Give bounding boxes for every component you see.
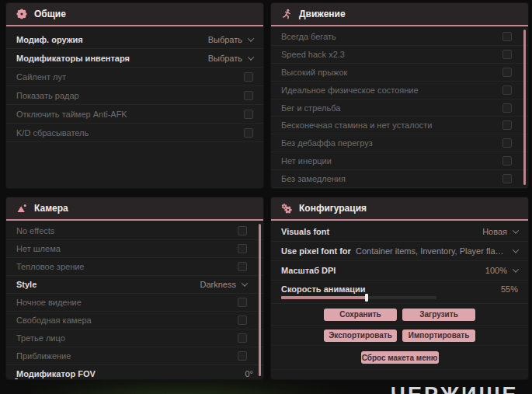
runner-icon (281, 9, 292, 19)
slider-fill (281, 296, 367, 299)
checkbox[interactable] (244, 91, 253, 100)
slider-handle[interactable] (15, 378, 18, 379)
row-perfect-condition[interactable]: Идеальное физическое состояние (271, 82, 528, 99)
row-high-jump[interactable]: Высокий прыжок (271, 64, 528, 82)
checkbox[interactable] (502, 68, 512, 77)
checkbox[interactable] (238, 244, 247, 253)
row-kd-reset[interactable]: K/D сбрасыватель (6, 124, 263, 142)
scrollbar[interactable] (523, 30, 526, 185)
checkbox[interactable] (502, 138, 512, 148)
fov-value: 0° (245, 369, 253, 378)
reset-layout-button[interactable]: Сброс макета меню (361, 351, 439, 364)
slider-handle[interactable] (365, 294, 368, 302)
pixel-font-dropdown[interactable]: Container items, Inventory, Player flags… (356, 246, 518, 256)
row-fov-modifier[interactable]: Модификатор FOV 0° (6, 365, 263, 379)
checkbox[interactable] (238, 316, 247, 325)
checkbox[interactable] (238, 333, 247, 343)
panel-general-header: Общие (6, 3, 263, 26)
setting-label: K/D сбрасыватель (16, 128, 89, 138)
inventory-mods-dropdown[interactable]: Выбрать (208, 54, 253, 63)
panel-title: Общие (34, 9, 66, 19)
checkbox[interactable] (244, 72, 253, 82)
setting-label: Сайлент лут (16, 72, 66, 82)
chevron-down-icon (513, 266, 519, 272)
panel-camera-header: Камера (6, 197, 263, 221)
row-no-inertia[interactable]: Нет инерции (271, 152, 528, 170)
checkbox[interactable] (502, 174, 512, 183)
chevron-down-icon (248, 35, 254, 41)
row-disable-antiafk[interactable]: Отключить таймер Anti-AFK (6, 105, 263, 124)
animation-speed-slider[interactable] (281, 296, 436, 299)
checkbox[interactable] (502, 32, 512, 41)
style-dropdown[interactable]: Darkness (200, 280, 247, 289)
save-button[interactable]: Сохранить (324, 309, 397, 321)
checkbox[interactable] (238, 262, 247, 271)
row-infinite-stamina[interactable]: Бесконечная стамина и нет усталости (271, 117, 528, 134)
row-weapon-mod[interactable]: Модиф. оружия Выбрать (6, 30, 263, 49)
panel-title: Камера (34, 203, 68, 214)
row-night-vision[interactable]: Ночное видение (6, 294, 263, 312)
row-pixel-font[interactable]: Use pixel font for Container items, Inve… (271, 242, 528, 261)
panel-title: Конфигурация (299, 203, 367, 214)
row-thermal-vision[interactable]: Тепловое зрение (6, 258, 263, 276)
setting-label: Показать радар (16, 91, 79, 100)
setting-label: Модиф. оружия (16, 35, 83, 44)
panel-general: Общие Модиф. оружия Выбрать Модификаторы… (6, 3, 263, 188)
load-button[interactable]: Загрузить (402, 309, 475, 321)
row-no-overload-debuff[interactable]: Без дебаффа перегруз (271, 134, 528, 152)
row-third-person[interactable]: Третье лицо (6, 329, 263, 347)
weapon-mod-dropdown[interactable]: Выбрать (208, 35, 253, 44)
dpi-scale-dropdown[interactable]: 100% (485, 266, 518, 275)
chevron-down-icon (513, 227, 519, 233)
row-silent-loot[interactable]: Сайлент лут (6, 68, 263, 86)
animation-speed-value: 55% (501, 284, 518, 294)
row-visuals-font[interactable]: Visuals font Новая (271, 222, 528, 242)
panel-camera: Камера No effects Нет шлема Тепловое зре… (6, 197, 263, 379)
row-speed-hack[interactable]: Speed hack x2.3 (271, 46, 528, 64)
row-zoom[interactable]: Приближение (6, 347, 263, 365)
panel-config-header: Конфигурация (271, 197, 528, 221)
row-animation-speed[interactable]: Скорость анимации 55% (271, 281, 528, 304)
row-dpi-scale[interactable]: Масштаб DPI 100% (271, 261, 528, 281)
chevron-down-icon (513, 246, 519, 253)
row-no-helmet[interactable]: Нет шлема (6, 240, 263, 258)
checkbox[interactable] (238, 226, 247, 235)
checkbox[interactable] (244, 110, 253, 119)
panel-movement: Движение Всегда бегать Speed hack x2.3 В… (271, 3, 528, 188)
checkbox[interactable] (502, 120, 512, 130)
row-free-camera[interactable]: Свободная камера (6, 312, 263, 329)
setting-label: Модификаторы инвентаря (16, 54, 130, 63)
panel-movement-header: Движение (271, 3, 528, 26)
row-no-slowdown[interactable]: Без замедления (271, 170, 528, 188)
setting-label: Отключить таймер Anti-AFK (16, 110, 127, 119)
export-button[interactable]: Экспортировать (324, 329, 397, 342)
image-mountain-icon (16, 203, 27, 214)
panel-config: Конфигурация Visuals font Новая Use pixe… (271, 197, 528, 379)
chevron-down-icon (248, 54, 254, 60)
scrollbar[interactable] (259, 224, 261, 376)
flower-gear-icon (16, 9, 27, 19)
checkbox[interactable] (502, 85, 512, 95)
row-show-radar[interactable]: Показать радар (6, 86, 263, 105)
row-always-run[interactable]: Всегда бегать (271, 28, 528, 46)
row-inventory-mods[interactable]: Модификаторы инвентаря Выбрать (6, 49, 263, 68)
checkbox[interactable] (238, 351, 247, 361)
panel-title: Движение (299, 9, 346, 19)
checkbox[interactable] (238, 298, 247, 307)
import-button[interactable]: Импортировать (402, 329, 475, 342)
row-style[interactable]: Style Darkness (6, 276, 263, 294)
checkbox[interactable] (502, 156, 512, 166)
watermark-text: ЧЕРЖИШЕ (391, 383, 519, 394)
config-buttons: Сохранить Загрузить Экспортировать Импор… (271, 304, 528, 370)
row-run-and-shoot[interactable]: Бег и стрельба (271, 99, 528, 117)
gears-icon (281, 203, 292, 214)
visuals-font-dropdown[interactable]: Новая (482, 227, 518, 236)
chevron-down-icon (242, 280, 248, 286)
checkbox[interactable] (244, 128, 253, 138)
checkbox[interactable] (502, 50, 512, 59)
row-no-effects[interactable]: No effects (6, 222, 263, 240)
checkbox[interactable] (502, 103, 512, 113)
